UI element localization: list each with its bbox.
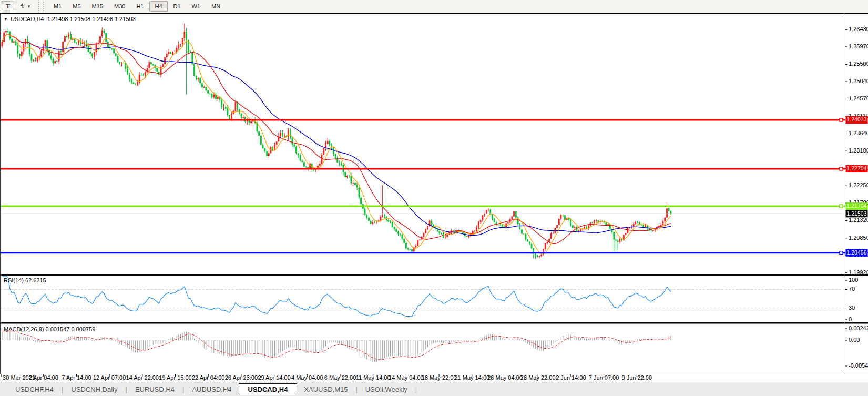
text-tool-icon[interactable]: T [2,1,14,12]
ma-line-medium [2,34,671,243]
price-tick-label: 1.25970 [849,43,868,49]
price-tick-label: 1.20850 [849,235,868,241]
price-tick-label: 1.19920 [849,269,868,276]
timeframe-button-M15[interactable]: M15 [87,1,108,12]
chart-tab-USDCNH-Daily[interactable]: USDCNH,Daily [64,384,124,395]
price-tick-label: 1.22250 [849,182,868,188]
timeframe-button-M5[interactable]: M5 [67,1,86,12]
price-tick-label: 1.26430 [849,26,868,32]
chart-tab-XAUUSD-M15[interactable]: XAUUSD,M15 [297,384,354,395]
bull-candle-bodies [2,31,668,257]
timeframe-button-H1[interactable]: H1 [131,1,149,12]
price-tick-label: 1.25500 [849,60,868,67]
dropdown-caret-icon: ▾ [28,4,30,9]
macd-signal-line [2,331,671,360]
tab-separator: | [415,385,417,393]
chart-tab-USDCAD-H4[interactable]: USDCAD,H4 [239,383,298,395]
macd-pane [2,330,671,362]
current-price-badge-label: 1.21503 [847,210,867,217]
time-tick-label: 4 May 04:00 [291,374,323,381]
time-tick-label: 22 Apr 04:00 [192,374,224,381]
price-tick-label: 1.23640 [849,130,868,136]
level-badge-label: 1.22704 [847,165,867,171]
time-tick-label: 12 Apr 07:00 [93,374,126,381]
time-tick-label: 2 Apr 04:00 [29,374,58,381]
rsi-indicator-label: RSI(14) 62.6215 [4,277,46,283]
time-tick-label: 14 May 04:00 [389,374,424,381]
time-tick-label: 11 May 14:00 [356,374,391,381]
time-tick-label: 9 Jun 22:00 [622,374,652,381]
level-badge-label: 1.21704 [847,202,867,209]
timeframe-button-M1[interactable]: M1 [48,1,67,12]
hline-handle[interactable] [840,251,843,255]
price-tick-label: 1.21320 [849,217,868,223]
top-toolbar: T ▾ M1M5M15M30H1H4D1W1MN [0,0,868,13]
time-tick-label: 29 Apr 14:00 [258,374,290,381]
chart-dropdown-icon[interactable]: ▼ [4,17,8,22]
time-tick-label: 28 May 22:00 [520,374,556,381]
macd-tick-label: 0.00 [849,337,860,343]
price-tick-label: 1.25040 [849,78,868,84]
price-chart-canvas: 1.264301.259701.255001.250401.245701.241… [0,0,868,396]
arrows-tool-icon [18,2,26,11]
time-tick-label: 7 Jun 07:00 [589,374,619,381]
macd-tick-label: -0.0054 [849,362,868,369]
rsi-tick-label: 100 [849,277,858,283]
timeframe-button-M30[interactable]: M30 [109,1,130,12]
tab-separator: | [182,385,184,393]
price-tick-label: 1.24570 [849,95,868,101]
macd-indicator-label: MACD(12,26,9) 0.001547 0.000759 [4,326,95,332]
macd-tick-label: 0.002429 [849,325,868,331]
time-tick-label: 19 Apr 15:00 [159,374,191,381]
rsi-tick-label: 70 [849,286,855,292]
hline-handle[interactable] [840,205,843,208]
bull-candle-wicks [2,24,667,258]
tab-separator: | [62,385,63,393]
bear-candle-bodies [7,31,672,257]
chart-tab-USOil-Weekly[interactable]: USOil,Weekly [359,384,414,395]
level-badge-label: 1.20456 [847,249,867,256]
rsi-line [2,276,671,317]
chart-title: ▼USDCAD,H4 1.21498 1.21508 1.21498 1.215… [4,16,136,22]
hline-handle[interactable] [840,167,843,170]
chart-ohlc-values: 1.21498 1.21508 1.21498 1.21503 [47,16,136,22]
ma-line-slow [2,34,671,235]
arrows-tool-button[interactable]: ▾ [15,2,33,12]
macd-histogram [2,330,671,362]
hline-handle[interactable] [840,118,843,121]
symbol-tab-bar: USDCHF,H4|USDCNH,Daily|EURUSD,H4|AUDUSD,… [0,382,868,396]
timeframe-button-group: M1M5M15M30H1H4D1W1MN [48,1,226,12]
timeframe-button-H4[interactable]: H4 [149,1,167,12]
level-badge-label: 1.24013 [847,116,867,123]
chart-symbol: USDCAD,H4 [11,16,44,22]
time-tick-label: 18 May 22:00 [422,374,457,381]
time-tick-label: 26 Apr 23:00 [225,374,258,381]
price-tick-label: 1.23180 [849,147,868,154]
time-tick-label: 6 May 22:00 [324,374,356,381]
chart-tab-AUDUSD-H4[interactable]: AUDUSD,H4 [185,384,238,395]
tab-separator: | [125,385,127,393]
timeframe-button-MN[interactable]: MN [206,1,226,12]
time-tick-label: 2 Jun 14:00 [556,374,586,381]
rsi-pane [0,276,845,317]
toolbar-grip[interactable] [38,2,44,11]
main-price-pane [2,24,672,259]
time-tick-label: 26 May 04:00 [487,374,523,381]
rsi-tick-label: 0 [849,316,852,322]
time-tick-label: 14 Apr 22:00 [126,374,159,381]
chart-tab-EURUSD-H4[interactable]: EURUSD,H4 [128,384,181,395]
rsi-tick-label: 30 [849,304,855,311]
time-tick-label: 7 Apr 14:00 [62,374,91,381]
tab-separator: | [355,385,357,393]
timeframe-button-W1[interactable]: W1 [187,1,206,12]
chart-tab-USDCHF-H4[interactable]: USDCHF,H4 [8,384,60,395]
time-tick-label: 21 May 14:00 [454,374,489,381]
timeframe-button-D1[interactable]: D1 [168,1,186,12]
